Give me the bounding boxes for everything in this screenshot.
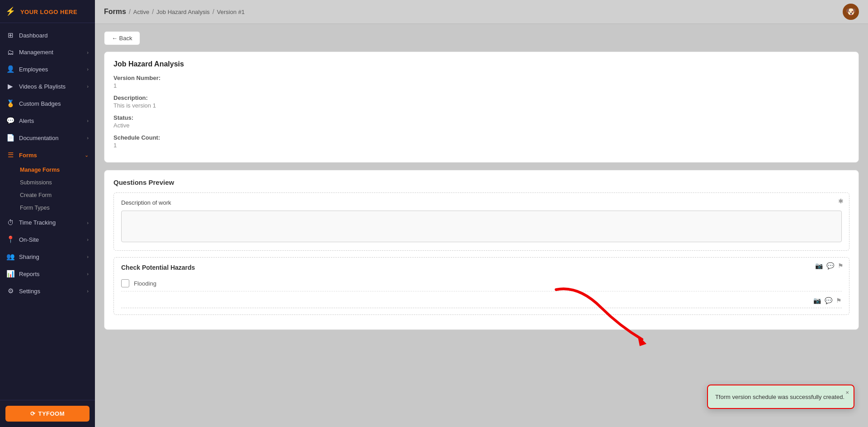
sidebar-item-label: Settings: [19, 288, 40, 295]
sidebar-item-reports[interactable]: 📊 Reports ›: [0, 265, 95, 282]
sidebar-item-settings[interactable]: ⚙ Settings ›: [0, 282, 95, 300]
onsite-icon: 📍: [6, 235, 14, 244]
breadcrumb-form-name: Job Hazard Analysis: [156, 9, 210, 15]
sidebar-item-label: Reports: [19, 271, 40, 277]
sidebar-item-label: Employees: [19, 66, 48, 73]
breadcrumb-sep-2: /: [152, 8, 154, 15]
question-label-1: Check Potential Hazards: [121, 264, 842, 271]
tyfoom-icon: ⟳: [30, 410, 36, 417]
asterisk-icon: ✱: [838, 197, 844, 205]
chevron-right-icon: ›: [87, 288, 89, 294]
top-header: Forms / Active / Job Hazard Analysis / V…: [95, 0, 868, 24]
logo-area: ⚡ YOUR LOGO HERE: [0, 0, 95, 23]
question-label-0: Description of work: [121, 199, 842, 206]
sidebar-item-forms[interactable]: ☰ Forms ⌄: [0, 146, 95, 164]
sidebar-item-employees[interactable]: 👤 Employees ›: [0, 61, 95, 78]
status-field: Status: Active: [113, 114, 849, 129]
breadcrumb-active: Active: [133, 9, 149, 15]
sidebar-item-label: Management: [19, 49, 53, 56]
page-title: Forms: [104, 8, 126, 16]
breadcrumb-sep-3: /: [212, 8, 214, 15]
toast-message: Tform version schedule was successfully …: [715, 394, 844, 400]
comment-icon: 💬: [826, 262, 834, 269]
sharing-icon: 👥: [6, 253, 14, 261]
flag-icon-bottom: ⚑: [836, 297, 842, 304]
sidebar-item-videos[interactable]: ▶ Videos & Playlists ›: [0, 78, 95, 95]
sidebar-item-on-site[interactable]: 📍 On-Site ›: [0, 231, 95, 248]
sidebar-subitem-manage-forms[interactable]: Manage Forms: [0, 164, 95, 176]
sidebar-item-label: Documentation: [19, 135, 58, 141]
sidebar-item-label: Alerts: [19, 117, 34, 124]
description-field: Description: This is version 1: [113, 94, 849, 109]
back-button[interactable]: ← Back: [104, 31, 140, 45]
checkbox-label-flooding: Flooding: [134, 280, 156, 287]
version-number-field: Version Number: 1: [113, 75, 849, 89]
sidebar-bottom: ⟳ TYFOOM: [0, 400, 95, 427]
documentation-icon: 📄: [6, 134, 14, 142]
dashboard-icon: ⊞: [6, 31, 14, 39]
question-block-0: ✱ Description of work: [113, 192, 849, 251]
sidebar-subitem-create-form[interactable]: Create Form: [0, 189, 95, 202]
svg-marker-0: [637, 335, 646, 346]
sidebar-item-label: On-Site: [19, 236, 39, 243]
checkbox-square-flooding[interactable]: [121, 279, 129, 287]
sidebar-item-label: Time Tracking: [19, 219, 56, 226]
sidebar-item-label: Dashboard: [19, 32, 48, 39]
form-detail-card: Job Hazard Analysis Version Number: 1 De…: [104, 52, 859, 163]
chevron-right-icon: ›: [87, 66, 89, 72]
sidebar-item-management[interactable]: 🗂 Management ›: [0, 44, 95, 61]
questions-preview-card: Questions Preview ✱ Description of work …: [104, 170, 859, 330]
sidebar-item-documentation[interactable]: 📄 Documentation ›: [0, 129, 95, 146]
checkbox-flooding: Flooding: [121, 276, 842, 291]
question-textarea-0[interactable]: [121, 211, 842, 242]
status-label: Status:: [113, 114, 849, 121]
toast-notification: × Tform version schedule was successfull…: [707, 385, 854, 409]
breadcrumb: Forms / Active / Job Hazard Analysis / V…: [104, 8, 245, 16]
chevron-right-icon: ›: [87, 220, 89, 225]
chevron-right-icon: ›: [87, 50, 89, 55]
settings-icon: ⚙: [6, 287, 14, 295]
camera-icon: 📷: [815, 262, 823, 269]
sidebar-item-label: Custom Badges: [19, 100, 61, 107]
chevron-right-icon: ›: [87, 237, 89, 242]
description-value: This is version 1: [113, 102, 849, 109]
chevron-right-icon: ›: [87, 271, 89, 277]
logo-text: YOUR LOGO HERE: [20, 9, 77, 15]
toast-close-button[interactable]: ×: [845, 389, 849, 396]
management-icon: 🗂: [6, 48, 14, 56]
reports-icon: 📊: [6, 270, 14, 278]
chevron-right-icon: ›: [87, 84, 89, 89]
user-avatar[interactable]: 🐶: [843, 4, 859, 20]
camera-icon-bottom: 📷: [813, 297, 821, 304]
forms-icon: ☰: [6, 151, 14, 159]
breadcrumb-sep-1: /: [129, 8, 131, 15]
content-area: ← Back Job Hazard Analysis Version Numbe…: [95, 24, 868, 427]
question-actions-0: ✱: [838, 197, 844, 205]
sidebar: ⚡ YOUR LOGO HERE ⊞ Dashboard 🗂 Managemen…: [0, 0, 95, 427]
chevron-right-icon: ›: [87, 135, 89, 141]
sidebar-item-sharing[interactable]: 👥 Sharing ›: [0, 248, 95, 265]
schedule-count-label: Schedule Count:: [113, 134, 849, 141]
main-content: Forms / Active / Job Hazard Analysis / V…: [95, 0, 868, 427]
sidebar-subitem-submissions[interactable]: Submissions: [0, 176, 95, 189]
schedule-count-field: Schedule Count: 1: [113, 134, 849, 149]
badges-icon: 🏅: [6, 99, 14, 108]
sidebar-subitem-form-types[interactable]: Form Types: [0, 202, 95, 214]
form-title: Job Hazard Analysis: [113, 60, 849, 68]
sidebar-item-label: Sharing: [19, 253, 39, 260]
tyfoom-button[interactable]: ⟳ TYFOOM: [5, 406, 90, 422]
sidebar-item-label: Forms: [19, 152, 37, 159]
chevron-right-icon: ›: [87, 118, 89, 123]
breadcrumb-version: Version #1: [217, 9, 245, 15]
description-label: Description:: [113, 94, 849, 101]
status-value: Active: [113, 122, 849, 129]
sidebar-item-custom-badges[interactable]: 🏅 Custom Badges: [0, 95, 95, 112]
question-actions-1: 📷 💬 ⚑: [815, 262, 844, 269]
sidebar-item-alerts[interactable]: 💬 Alerts ›: [0, 112, 95, 129]
sidebar-item-time-tracking[interactable]: ⏱ Time Tracking ›: [0, 214, 95, 231]
chevron-down-icon: ⌄: [85, 152, 89, 158]
sidebar-item-dashboard[interactable]: ⊞ Dashboard: [0, 27, 95, 44]
logo-icon: ⚡: [5, 7, 16, 16]
version-number-label: Version Number:: [113, 75, 849, 81]
sidebar-nav: ⊞ Dashboard 🗂 Management › 👤 Employees ›…: [0, 23, 95, 400]
